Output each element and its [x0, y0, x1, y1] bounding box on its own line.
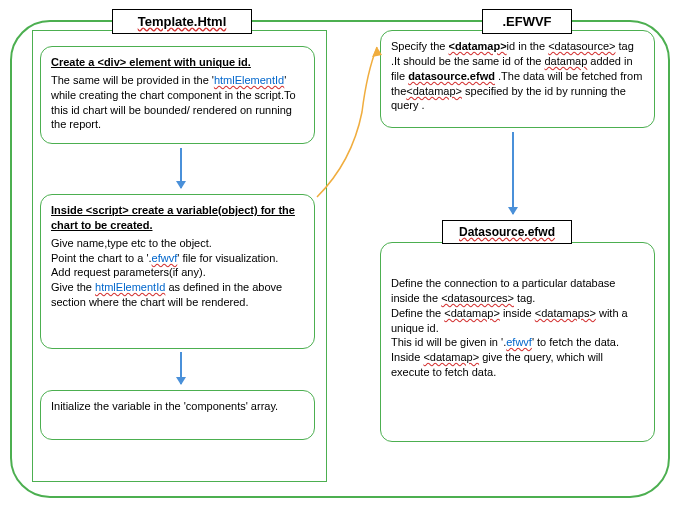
box-define-connection: Define the connection to a particular da… — [380, 242, 655, 442]
box-specify-datamap: Specify the <datamap>id in the <datasour… — [380, 30, 655, 128]
box2-title: Inside <script> create a variable(object… — [51, 203, 304, 233]
box5-line3: This id will be given in '.efwvf' to fet… — [391, 335, 644, 350]
box2-line3: Add request parameters(if any). — [51, 265, 304, 280]
title-datasource: Datasource.efwd — [442, 220, 572, 244]
box2-line4: Give the htmlElementId as defined in the… — [51, 280, 304, 310]
box2-line2: Point the chart to a '.efwvf' file for v… — [51, 251, 304, 266]
link-htmlElementId-2: htmlElementId — [95, 281, 165, 293]
title-template: Template.Html — [112, 9, 252, 34]
link-efwvf-1: efwvf — [152, 252, 178, 264]
box1-body: The same will be provided in the 'htmlEl… — [51, 73, 304, 132]
title-efwvf: .EFWVF — [482, 9, 572, 34]
box2-line1: Give name,type etc to the object. — [51, 236, 304, 251]
box5-line4: Inside <datamap> give the query, which w… — [391, 350, 644, 380]
arrow-3 — [512, 132, 514, 214]
title-datasource-text: Datasource.efwd — [459, 225, 555, 239]
box-initialize: Initialize the variable in the 'componen… — [40, 390, 315, 440]
link-htmlElementId: htmlElementId — [214, 74, 284, 86]
box5-line1: Define the connection to a particular da… — [391, 276, 644, 306]
arrow-2 — [180, 352, 182, 384]
link-efwvf-2: efwvf — [506, 336, 532, 348]
arrow-1 — [180, 148, 182, 188]
box-script-variable: Inside <script> create a variable(object… — [40, 194, 315, 349]
box1-title: Create a <div> element with unique id. — [51, 55, 304, 70]
box3-text: Initialize the variable in the 'componen… — [51, 399, 304, 414]
title-template-text: Template.Html — [138, 14, 227, 29]
box5-line2: Define the <datamap> inside <datamaps> w… — [391, 306, 644, 336]
box-create-div: Create a <div> element with unique id. T… — [40, 46, 315, 144]
diagram-container: Template.Html .EFWVF Create a <div> elem… — [10, 20, 670, 498]
